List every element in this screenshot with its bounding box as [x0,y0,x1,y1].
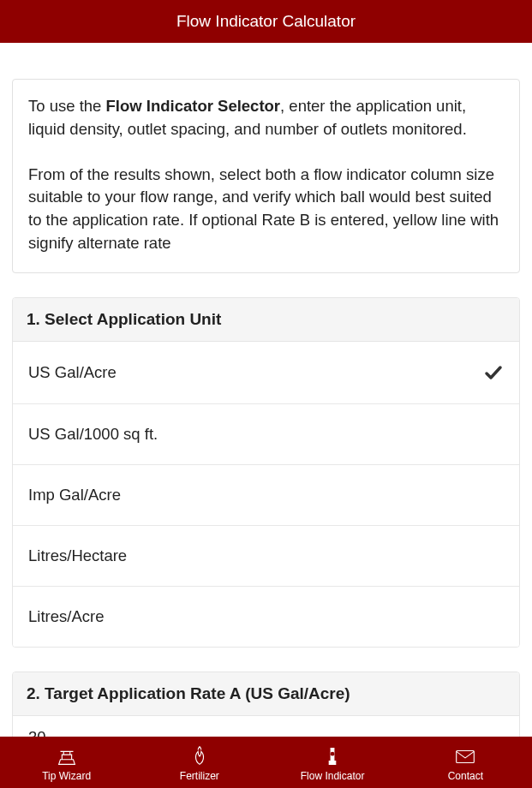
section-target-rate-a: 2. Target Application Rate A (US Gal/Acr… [12,672,520,737]
section-application-unit: 1. Select Application Unit US Gal/Acre U… [12,297,520,648]
nav-label: Fertilizer [180,770,219,782]
unit-option-label: US Gal/Acre [28,363,117,382]
fertilizer-icon [187,743,212,769]
unit-option-us-gal-1000sqft[interactable]: US Gal/1000 sq ft. [13,404,519,465]
nav-contact[interactable]: Contact [399,737,532,788]
nav-tip-wizard[interactable]: Tip Wizard [0,737,133,788]
content-area: To use the Flow Indicator Selector, ente… [0,43,532,737]
instructions-bold: Flow Indicator Selector [106,97,281,115]
wizard-icon [54,743,80,769]
nav-label: Contact [448,770,483,782]
unit-option-label: Litres/Acre [28,607,104,626]
page-title: Flow Indicator Calculator [176,12,356,31]
unit-option-us-gal-acre[interactable]: US Gal/Acre [13,342,519,404]
nav-label: Tip Wizard [42,770,91,782]
unit-option-label: US Gal/1000 sq ft. [28,425,158,444]
app-header: Flow Indicator Calculator [0,0,532,43]
nav-label: Flow Indicator [301,770,365,782]
flow-indicator-icon [320,743,345,769]
unit-option-label: Imp Gal/Acre [28,486,121,504]
instructions-card: To use the Flow Indicator Selector, ente… [12,79,520,273]
section-header-target-rate-a: 2. Target Application Rate A (US Gal/Acr… [13,672,519,716]
target-rate-a-input[interactable]: 30 [13,716,519,737]
nav-flow-indicator[interactable]: Flow Indicator [266,737,399,788]
instructions-prefix: To use the [28,97,106,115]
check-icon [483,362,504,383]
instructions-paragraph-2: From of the results shown, select both a… [28,164,504,255]
envelope-icon [452,743,478,769]
svg-rect-1 [457,750,475,762]
target-rate-a-value: 30 [28,728,46,737]
unit-option-litres-hectare[interactable]: Litres/Hectare [13,526,519,587]
unit-option-imp-gal-acre[interactable]: Imp Gal/Acre [13,465,519,526]
unit-option-litres-acre[interactable]: Litres/Acre [13,587,519,647]
nav-fertilizer[interactable]: Fertilizer [133,737,266,788]
svg-point-0 [331,751,335,755]
unit-option-label: Litres/Hectare [28,546,127,565]
instructions-paragraph-1: To use the Flow Indicator Selector, ente… [28,95,504,141]
bottom-nav: Tip Wizard Fertilizer Flow Indicator Con… [0,737,532,788]
section-header-application-unit: 1. Select Application Unit [13,298,519,342]
